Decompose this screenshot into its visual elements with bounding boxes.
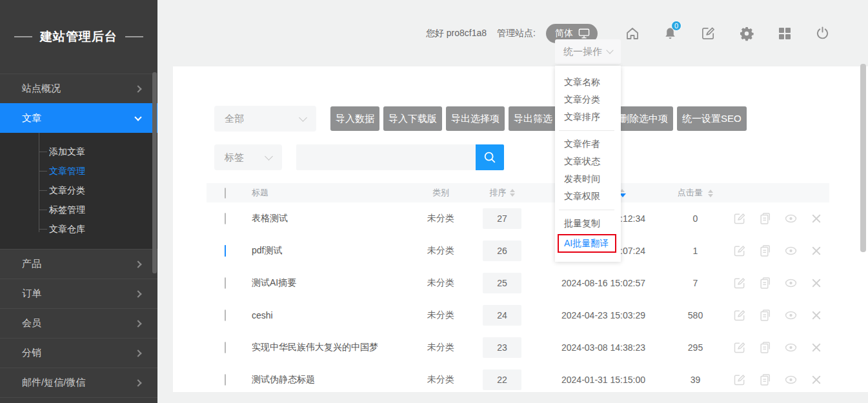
gear-icon[interactable] [727, 26, 765, 41]
copy-icon[interactable] [759, 244, 771, 257]
eye-icon[interactable] [784, 212, 798, 225]
select-all-checkbox[interactable] [225, 188, 226, 199]
eye-icon[interactable] [784, 277, 798, 290]
copy-icon[interactable] [759, 373, 771, 386]
edit-icon[interactable] [733, 244, 746, 257]
submenu-item-add-article[interactable]: 添加文章 [0, 142, 157, 161]
bulk-action-dropdown: 文章名称 文章分类 文章排序 文章作者 文章状态 发表时间 文章权限 批量复制 … [555, 66, 621, 262]
submenu-item-tag-manage[interactable]: 标签管理 [0, 200, 157, 219]
logo-dash [125, 36, 143, 37]
article-category: 未分类 [413, 277, 469, 289]
click-count: 295 [671, 342, 720, 353]
menu-item-ai-batch-translate[interactable]: AI批量翻译 [558, 234, 616, 253]
copy-icon[interactable] [759, 341, 771, 354]
col-sort[interactable]: 排序 [469, 187, 536, 199]
delete-x-icon[interactable] [811, 341, 822, 354]
menu-item-batch-copy[interactable]: 批量复制 [555, 215, 621, 232]
articles-table: 标题 类别 排序 发表时间 点击量 表格测试 未分类 [207, 183, 829, 396]
edit-icon[interactable] [689, 26, 727, 41]
edit-icon[interactable] [733, 309, 746, 322]
tag-filter-select[interactable]: 标签 [214, 144, 282, 170]
edit-icon[interactable] [733, 277, 746, 290]
bulk-action-button[interactable]: 统一操作 [555, 39, 621, 64]
article-title[interactable]: pdf测试 [236, 245, 413, 257]
unified-seo-button[interactable]: 统一设置SEO [677, 106, 747, 131]
submenu-item-article-category[interactable]: 文章分类 [0, 181, 157, 200]
sidebar-item-articles[interactable]: 文章 [0, 103, 157, 133]
sort-order-field[interactable]: 23 [483, 337, 521, 358]
edit-icon[interactable] [733, 373, 746, 386]
sidebar-item-orders[interactable]: 订单 [0, 279, 157, 308]
delete-x-icon[interactable] [811, 277, 822, 290]
menu-item-article-category[interactable]: 文章分类 [555, 91, 621, 108]
eye-icon[interactable] [784, 341, 798, 354]
sort-order-field[interactable]: 26 [483, 241, 521, 261]
sidebar-scrollbar[interactable] [152, 72, 157, 273]
submenu-item-article-warehouse[interactable]: 文章仓库 [0, 219, 157, 239]
eye-icon[interactable] [784, 309, 798, 322]
click-count: 0 [671, 213, 720, 224]
eye-icon[interactable] [784, 373, 798, 386]
sort-order-field[interactable]: 22 [483, 369, 521, 390]
article-title[interactable]: 实现中华民族伟大复兴的中国梦 [236, 342, 413, 353]
submenu-item-article-manage[interactable]: 文章管理 [0, 161, 157, 181]
publish-date: 2024-08-16 15:02:57 [536, 278, 671, 288]
copy-icon[interactable] [759, 277, 771, 290]
delete-x-icon[interactable] [811, 373, 822, 386]
edit-icon[interactable] [733, 341, 746, 354]
apps-grid-icon[interactable] [765, 26, 803, 41]
article-title[interactable]: 测试伪静态标题 [236, 374, 413, 386]
main-content-card: 全部 导入数据 导入下载版 导出选择项 导出筛选 保存顺序 删除选中项 统一设置… [173, 66, 868, 392]
sort-order-field[interactable]: 24 [483, 305, 521, 326]
delete-x-icon[interactable] [811, 309, 822, 322]
row-checkbox[interactable] [225, 374, 226, 386]
click-count: 7 [671, 278, 720, 288]
category-filter-select[interactable]: 全部 [214, 106, 316, 132]
col-clicks[interactable]: 点击量 [671, 187, 720, 199]
copy-icon[interactable] [759, 212, 771, 225]
sidebar-item-members[interactable]: 会员 [0, 308, 157, 338]
search-input[interactable] [296, 144, 476, 170]
bulk-action-label: 统一操作 [563, 46, 602, 58]
delete-x-icon[interactable] [811, 212, 822, 225]
home-icon[interactable] [613, 26, 651, 41]
menu-item-article-sort[interactable]: 文章排序 [555, 108, 621, 126]
sort-order-field[interactable]: 25 [483, 273, 521, 293]
row-checkbox[interactable] [225, 213, 226, 224]
delete-x-icon[interactable] [811, 244, 822, 257]
row-checkbox[interactable] [225, 277, 226, 289]
import-data-button[interactable]: 导入数据 [330, 106, 379, 131]
sidebar-item-label: 文章 [22, 112, 41, 124]
export-filtered-button[interactable]: 导出筛选 [509, 106, 558, 131]
row-checkbox[interactable] [225, 310, 226, 321]
menu-item-article-status[interactable]: 文章状态 [555, 153, 621, 170]
sidebar-item-site-overview[interactable]: 站点概况 [0, 74, 157, 103]
import-download-button[interactable]: 导入下载版 [383, 106, 442, 131]
power-icon[interactable] [803, 26, 842, 41]
export-selected-button[interactable]: 导出选择项 [446, 106, 505, 131]
sidebar-item-label: 订单 [22, 288, 41, 300]
article-category: 未分类 [413, 245, 469, 257]
sidebar-item-distribution[interactable]: 分销 [0, 338, 157, 368]
bell-icon[interactable]: 0 [651, 26, 689, 41]
page-scrollbar[interactable] [860, 64, 866, 252]
notification-badge: 0 [671, 21, 681, 31]
sidebar-item-products[interactable]: 产品 [0, 249, 157, 279]
sort-order-field[interactable]: 27 [483, 208, 521, 229]
search-button[interactable] [476, 144, 504, 170]
article-title[interactable]: 表格测试 [236, 213, 413, 224]
delete-selected-button[interactable]: 删除选中项 [614, 106, 673, 131]
edit-icon[interactable] [733, 212, 746, 225]
menu-item-article-name[interactable]: 文章名称 [555, 74, 621, 91]
row-checkbox[interactable] [225, 342, 226, 353]
app-logo: 建站管理后台 [0, 0, 157, 74]
row-checkbox[interactable] [225, 245, 226, 257]
article-title[interactable]: ceshi [236, 310, 413, 320]
copy-icon[interactable] [759, 309, 771, 322]
menu-item-article-permission[interactable]: 文章权限 [555, 188, 621, 205]
eye-icon[interactable] [784, 244, 798, 257]
sidebar-item-mail-sms-wechat[interactable]: 邮件/短信/微信 [0, 368, 157, 397]
menu-item-publish-time[interactable]: 发表时间 [555, 170, 621, 188]
menu-item-article-author[interactable]: 文章作者 [555, 135, 621, 153]
article-title[interactable]: 测试AI摘要 [236, 277, 413, 289]
